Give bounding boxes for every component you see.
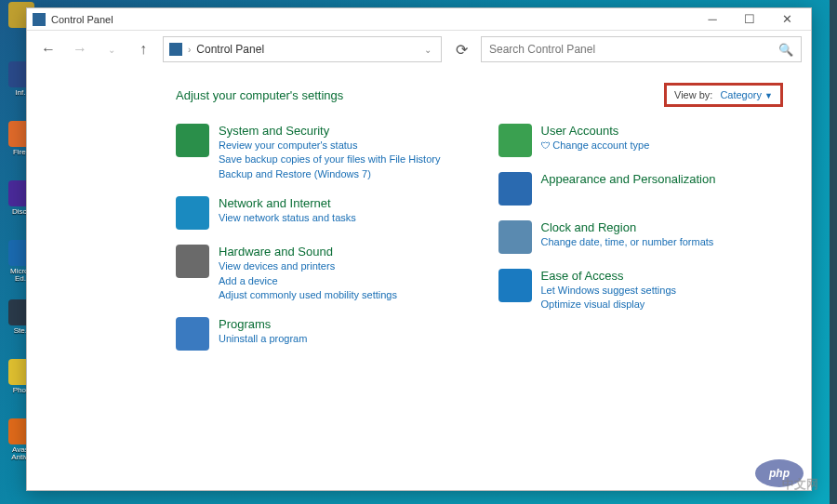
maximize-button[interactable]: ☐ bbox=[731, 9, 768, 30]
category-link[interactable]: Save backup copies of your files with Fi… bbox=[219, 153, 440, 166]
control-panel-window: Control Panel ─ ☐ ✕ ← → ⌄ ↑ › Control Pa… bbox=[26, 7, 812, 491]
titlebar: Control Panel ─ ☐ ✕ bbox=[27, 8, 811, 31]
category-icon bbox=[498, 220, 532, 254]
category-icon bbox=[498, 269, 532, 302]
address-dropdown-icon[interactable]: ⌄ bbox=[424, 45, 432, 55]
category-title[interactable]: Programs bbox=[219, 317, 307, 331]
chevron-right-icon: › bbox=[188, 45, 191, 55]
category: User AccountsChange account type bbox=[498, 124, 784, 157]
caret-down-icon: ▼ bbox=[764, 91, 773, 100]
category-link[interactable]: Backup and Restore (Windows 7) bbox=[219, 167, 440, 181]
category-icon bbox=[176, 245, 209, 278]
forward-button[interactable]: → bbox=[68, 37, 92, 61]
category-icon bbox=[176, 124, 209, 157]
categories-left: System and SecurityReview your computer'… bbox=[176, 124, 461, 351]
category-link[interactable]: Add a device bbox=[219, 274, 397, 288]
category-title[interactable]: Network and Internet bbox=[219, 196, 356, 210]
categories-right: User AccountsChange account typeAppearan… bbox=[498, 124, 784, 351]
search-box[interactable]: 🔍 bbox=[481, 36, 802, 62]
close-button[interactable]: ✕ bbox=[768, 9, 805, 30]
category: ProgramsUninstall a program bbox=[176, 317, 461, 351]
category-link[interactable]: Review your computer's status bbox=[219, 139, 440, 153]
category-link[interactable]: Adjust commonly used mobility settings bbox=[219, 288, 397, 302]
refresh-button[interactable]: ⟳ bbox=[449, 37, 473, 61]
category-link[interactable]: Optimize visual display bbox=[541, 298, 677, 312]
category-link[interactable]: Uninstall a program bbox=[219, 332, 307, 346]
category-link[interactable]: Change date, time, or number formats bbox=[541, 235, 714, 249]
category-link[interactable]: Change account type bbox=[541, 139, 650, 153]
breadcrumb[interactable]: Control Panel bbox=[196, 43, 264, 56]
up-button[interactable]: ↑ bbox=[131, 37, 155, 61]
back-button[interactable]: ← bbox=[36, 37, 60, 61]
category-title[interactable]: User Accounts bbox=[541, 124, 650, 138]
viewby-dropdown[interactable]: Category ▼ bbox=[720, 89, 773, 100]
search-input[interactable] bbox=[489, 43, 778, 56]
content-area: Adjust your computer's settings View by:… bbox=[27, 68, 811, 360]
category-title[interactable]: Ease of Access bbox=[541, 269, 677, 283]
navigation-bar: ← → ⌄ ↑ › Control Panel ⌄ ⟳ 🔍 bbox=[27, 31, 811, 68]
category: Hardware and SoundView devices and print… bbox=[176, 245, 461, 302]
category-icon bbox=[176, 317, 209, 351]
taskbar-edge bbox=[830, 0, 837, 504]
viewby-highlight: View by: Category ▼ bbox=[664, 83, 783, 107]
watermark: 中文网 bbox=[782, 476, 818, 493]
category-icon bbox=[176, 196, 209, 230]
viewby-label: View by: bbox=[674, 89, 712, 100]
category-icon bbox=[498, 172, 532, 206]
category-link[interactable]: Let Windows suggest settings bbox=[541, 284, 677, 298]
category-link[interactable]: View devices and printers bbox=[219, 259, 397, 273]
category-title[interactable]: Hardware and Sound bbox=[219, 245, 397, 259]
window-title: Control Panel bbox=[51, 14, 694, 25]
recent-dropdown[interactable]: ⌄ bbox=[100, 37, 124, 61]
category-title[interactable]: System and Security bbox=[219, 124, 440, 138]
category: Clock and RegionChange date, time, or nu… bbox=[498, 220, 784, 254]
category: Appearance and Personalization bbox=[498, 172, 784, 206]
control-panel-icon bbox=[33, 13, 46, 26]
category: Network and InternetView network status … bbox=[176, 196, 461, 230]
minimize-button[interactable]: ─ bbox=[694, 9, 731, 30]
category: Ease of AccessLet Windows suggest settin… bbox=[498, 269, 784, 312]
category-title[interactable]: Appearance and Personalization bbox=[541, 172, 716, 186]
address-bar[interactable]: › Control Panel ⌄ bbox=[163, 36, 442, 62]
category-title[interactable]: Clock and Region bbox=[541, 220, 714, 234]
category: System and SecurityReview your computer'… bbox=[176, 124, 461, 181]
page-heading: Adjust your computer's settings bbox=[176, 88, 664, 102]
category-icon bbox=[498, 124, 532, 157]
category-link[interactable]: View network status and tasks bbox=[219, 211, 356, 225]
search-icon[interactable]: 🔍 bbox=[778, 43, 793, 57]
address-icon bbox=[169, 43, 182, 56]
